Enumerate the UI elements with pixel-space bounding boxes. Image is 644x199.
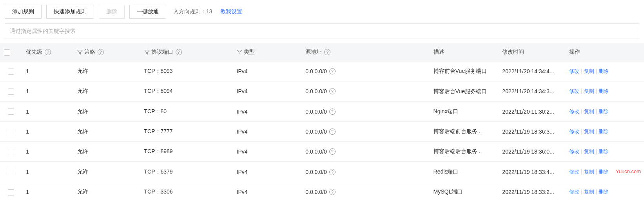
help-icon[interactable]: ?	[329, 148, 336, 155]
delete-link[interactable]: 删除	[599, 169, 609, 175]
protocol-cell: TCP：6379	[144, 168, 173, 175]
desc-cell: 博客后台Vue服务端口	[434, 88, 487, 95]
inbound-rules-label: 入方向规则：13	[173, 8, 212, 15]
delete-link[interactable]: 删除	[599, 128, 609, 134]
table-row: 1允许TCP：3306IPv40.0.0.0/0?MySQL端口2022/11/…	[0, 182, 644, 199]
type-cell: IPv4	[237, 189, 248, 195]
time-header: 修改时间	[502, 49, 524, 55]
quick-add-rule-button[interactable]: 快速添加规则	[46, 5, 94, 19]
priority-cell: 1	[26, 128, 29, 135]
delete-link[interactable]: 删除	[599, 109, 609, 114]
help-icon[interactable]: ?	[329, 109, 336, 115]
modify-link[interactable]: 修改	[569, 128, 579, 134]
copy-link[interactable]: 复制	[584, 128, 594, 134]
search-input[interactable]	[5, 24, 639, 38]
source-header: 源地址	[305, 49, 322, 56]
copy-link[interactable]: 复制	[584, 68, 594, 74]
type-cell: IPv4	[237, 68, 248, 74]
desc-header: 描述	[434, 49, 444, 55]
type-cell: IPv4	[237, 109, 248, 115]
help-icon[interactable]: ?	[329, 68, 336, 74]
desc-cell: 博客前台Vue服务端口	[434, 68, 487, 75]
table-row: 1允许TCP：7777IPv40.0.0.0/0?博客后端前台服务...2022…	[0, 121, 644, 141]
table-row: 1允许TCP：8093IPv40.0.0.0/0?博客前台Vue服务端口2022…	[0, 62, 644, 81]
help-icon[interactable]: ?	[176, 49, 182, 55]
help-icon[interactable]: ?	[329, 128, 336, 135]
source-cell: 0.0.0.0/0	[305, 169, 327, 175]
action-header: 操作	[569, 49, 580, 55]
priority-cell: 1	[26, 189, 29, 195]
delete-button: 删除	[99, 5, 125, 19]
policy-cell: 允许	[77, 88, 88, 94]
filter-icon[interactable]	[144, 49, 150, 55]
policy-cell: 允许	[77, 148, 88, 154]
table-row: 1允许TCP：6379IPv40.0.0.0/0?Redis端口2022/11/…	[0, 162, 644, 182]
desc-cell: Nginx端口	[434, 108, 459, 115]
policy-cell: 允许	[77, 108, 88, 114]
help-icon[interactable]: ?	[98, 49, 104, 55]
row-checkbox[interactable]	[8, 129, 14, 135]
policy-cell: 允许	[77, 68, 88, 74]
copy-link[interactable]: 复制	[584, 88, 594, 94]
row-checkbox[interactable]	[8, 169, 14, 175]
help-icon[interactable]: ?	[324, 49, 330, 55]
delete-link[interactable]: 删除	[599, 68, 609, 74]
source-cell: 0.0.0.0/0	[305, 128, 327, 135]
time-cell: 2022/11/19 18:36:0...	[502, 148, 554, 155]
delete-link[interactable]: 删除	[599, 88, 609, 94]
desc-cell: 博客后端前台服务...	[434, 128, 482, 135]
modify-link[interactable]: 修改	[569, 109, 579, 114]
priority-cell: 1	[26, 109, 29, 115]
protocol-cell: TCP：3306	[144, 188, 173, 195]
help-icon[interactable]: ?	[45, 49, 51, 55]
source-cell: 0.0.0.0/0	[305, 88, 327, 94]
time-cell: 2022/11/19 18:33:4...	[502, 169, 554, 175]
desc-cell: 博客后端后台服务...	[434, 148, 482, 155]
source-cell: 0.0.0.0/0	[305, 148, 327, 155]
priority-cell: 1	[26, 169, 29, 175]
copy-link[interactable]: 复制	[584, 109, 594, 114]
help-icon[interactable]: ?	[329, 169, 336, 175]
modify-link[interactable]: 修改	[569, 88, 579, 94]
copy-link[interactable]: 复制	[584, 189, 594, 195]
copy-link[interactable]: 复制	[584, 169, 594, 175]
protocol-header: 协议端口	[151, 49, 173, 56]
row-checkbox[interactable]	[8, 109, 14, 115]
protocol-cell: TCP：8093	[144, 68, 173, 74]
time-cell: 2022/11/20 14:34:4...	[502, 68, 554, 74]
time-cell: 2022/11/19 18:33:2...	[502, 189, 554, 195]
type-cell: IPv4	[237, 148, 248, 155]
help-icon[interactable]: ?	[329, 189, 336, 195]
delete-link[interactable]: 删除	[599, 148, 609, 154]
help-icon[interactable]: ?	[329, 88, 336, 94]
type-cell: IPv4	[237, 128, 248, 135]
add-rule-button[interactable]: 添加规则	[5, 5, 42, 19]
filter-icon[interactable]	[77, 49, 83, 55]
time-cell: 2022/11/20 11:30:2...	[502, 109, 554, 115]
select-all-checkbox[interactable]	[4, 49, 10, 56]
source-cell: 0.0.0.0/0	[305, 189, 327, 195]
filter-icon[interactable]	[237, 49, 242, 55]
desc-cell: MySQL端口	[434, 188, 463, 195]
policy-cell: 允许	[77, 188, 88, 195]
modify-link[interactable]: 修改	[569, 169, 579, 175]
modify-link[interactable]: 修改	[569, 189, 579, 195]
modify-link[interactable]: 修改	[569, 148, 579, 154]
delete-link[interactable]: 删除	[599, 189, 609, 195]
one-click-allow-button[interactable]: 一键放通	[129, 5, 166, 19]
row-checkbox[interactable]	[8, 69, 14, 75]
row-checkbox[interactable]	[8, 89, 14, 95]
modify-link[interactable]: 修改	[569, 68, 579, 74]
search-bar	[5, 24, 639, 38]
table-row: 1允许TCP：8094IPv40.0.0.0/0?博客后台Vue服务端口2022…	[0, 81, 644, 101]
table-row: 1允许TCP：8989IPv40.0.0.0/0?博客后端后台服务...2022…	[0, 142, 644, 162]
type-cell: IPv4	[237, 169, 248, 175]
type-cell: IPv4	[237, 88, 248, 94]
watermark-text: Yuucn.com	[616, 168, 641, 174]
protocol-cell: TCP：8989	[144, 148, 173, 154]
guide-link[interactable]: 教我设置	[220, 8, 242, 15]
row-checkbox[interactable]	[8, 149, 14, 155]
priority-cell: 1	[26, 88, 29, 94]
row-checkbox[interactable]	[8, 189, 14, 195]
copy-link[interactable]: 复制	[584, 148, 594, 154]
